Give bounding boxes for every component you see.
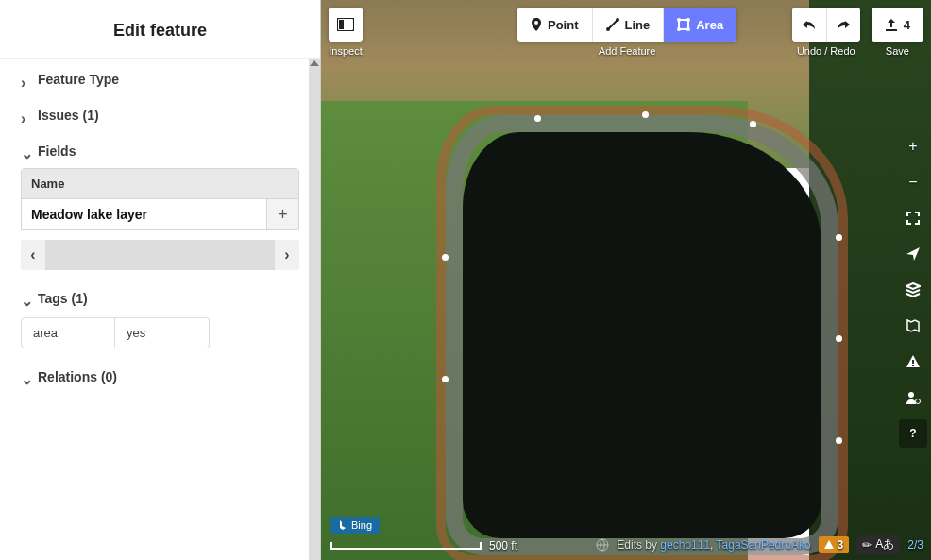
issues-button[interactable]	[899, 348, 927, 376]
layers-button[interactable]	[899, 276, 927, 304]
chevron-right-icon	[21, 110, 30, 120]
warning-icon	[906, 354, 921, 369]
lang-badge[interactable]: ✏ Aあ	[856, 535, 900, 554]
issues-header[interactable]: Issues (1)	[21, 108, 299, 123]
section-fields: Fields Name + ‹ ›	[0, 130, 320, 278]
sidebar-body: Feature Type Issues (1) Fields Name	[0, 59, 320, 560]
svg-point-4	[606, 27, 610, 31]
lake-polygon[interactable]	[463, 132, 821, 538]
relations-label: Relations (0)	[38, 369, 117, 384]
svg-point-14	[916, 399, 921, 404]
sidebar-title: Edit feature	[0, 0, 320, 59]
top-toolbar: Inspect Point Line Area	[321, 8, 931, 57]
point-button[interactable]: Point	[517, 8, 592, 42]
line-button[interactable]: Line	[592, 8, 664, 42]
editor-link-2[interactable]: TagaSanPedroAko	[717, 538, 811, 552]
chevron-down-icon	[21, 146, 30, 156]
locate-icon	[906, 246, 921, 262]
add-name-button[interactable]: +	[266, 199, 298, 229]
preferences-button[interactable]	[899, 383, 927, 412]
save-group: 4 Save	[872, 8, 923, 57]
edits-by: Edits by gecho111, TagaSanPedroAko	[617, 538, 810, 552]
svg-point-9	[677, 27, 681, 31]
fields-box: Name + ‹ ›	[21, 168, 299, 270]
help-button[interactable]: ?	[899, 419, 927, 448]
help-icon: ?	[906, 426, 921, 441]
redo-button[interactable]	[826, 8, 860, 42]
section-relations: Relations (0)	[0, 356, 320, 392]
map-data-icon	[906, 318, 921, 333]
line-icon	[606, 18, 619, 31]
scrollbar[interactable]	[309, 59, 320, 560]
bing-icon	[338, 520, 347, 530]
svg-text:?: ?	[909, 427, 916, 440]
section-feature-type: Feature Type	[0, 59, 320, 94]
field-name-input-row: +	[22, 199, 298, 229]
map-data-button[interactable]	[899, 312, 927, 340]
vertex-node[interactable]	[836, 437, 842, 444]
scale-label: 500 ft	[489, 539, 517, 552]
layers-icon	[906, 282, 921, 297]
pager-prev-button[interactable]: ‹	[21, 240, 45, 270]
fields-label: Fields	[38, 144, 76, 159]
section-tags: Tags (1) area yes	[0, 278, 320, 356]
name-input[interactable]	[22, 199, 266, 229]
field-name-row: Name +	[21, 168, 299, 230]
imagery-attribution[interactable]: Bing	[330, 517, 380, 534]
relations-header[interactable]: Relations (0)	[21, 369, 299, 384]
chevron-down-icon	[21, 294, 30, 303]
pager-next-button[interactable]: ›	[275, 240, 299, 270]
undo-button[interactable]	[792, 8, 826, 42]
vertex-node[interactable]	[442, 376, 449, 382]
fullscreen-button[interactable]	[899, 204, 927, 232]
svg-rect-1	[339, 20, 344, 29]
inspect-caption: Inspect	[329, 45, 362, 57]
scale-bar-graphic	[330, 542, 482, 550]
svg-point-2	[534, 21, 538, 25]
editor-link-1[interactable]: gecho111	[660, 538, 710, 552]
scale-bar: 500 ft	[330, 539, 517, 552]
map-tools: + − ?	[899, 132, 927, 448]
area-button[interactable]: Area	[663, 8, 736, 42]
svg-point-5	[616, 18, 619, 22]
zoom-in-button[interactable]: +	[899, 132, 927, 161]
tag-key[interactable]: area	[21, 317, 115, 348]
tags-header[interactable]: Tags (1)	[21, 291, 299, 306]
inspect-button[interactable]	[329, 8, 363, 42]
save-button[interactable]: 4	[872, 8, 923, 42]
field-pager: ‹ ›	[21, 240, 299, 270]
tags-label: Tags (1)	[38, 291, 88, 306]
map-pane[interactable]: Inspect Point Line Area	[321, 0, 931, 560]
vertex-node[interactable]	[836, 234, 842, 241]
save-caption: Save	[886, 45, 909, 57]
feature-type-header[interactable]: Feature Type	[21, 72, 299, 87]
issues-label: Issues (1)	[38, 108, 99, 123]
area-icon	[677, 18, 690, 31]
vertex-node[interactable]	[442, 254, 449, 261]
warnings-badge[interactable]: 3	[819, 536, 850, 553]
history-caption: Undo / Redo	[797, 45, 855, 57]
brush-icon: ✏	[862, 538, 872, 552]
fullscreen-icon	[906, 211, 921, 226]
add-feature-group: Point Line Area Add Feature	[517, 8, 736, 57]
svg-rect-12	[912, 365, 914, 366]
vertex-node[interactable]	[750, 121, 756, 127]
zoom-out-button[interactable]: −	[899, 168, 927, 196]
svg-line-3	[608, 20, 618, 29]
upload-icon	[885, 18, 898, 31]
add-feature-caption: Add Feature	[599, 45, 656, 57]
lake-outline-outer	[436, 106, 848, 560]
locate-button[interactable]	[899, 240, 927, 268]
fields-header[interactable]: Fields	[21, 144, 299, 159]
svg-rect-6	[679, 20, 688, 29]
tag-value[interactable]: yes	[115, 317, 210, 348]
svg-rect-11	[912, 360, 914, 364]
vertex-node[interactable]	[836, 335, 842, 342]
vertex-node[interactable]	[642, 111, 649, 118]
svg-point-10	[686, 27, 690, 31]
undo-icon	[802, 18, 817, 31]
svg-point-13	[908, 392, 914, 398]
chevron-right-icon	[21, 75, 30, 84]
history-group: Undo / Redo	[792, 8, 860, 57]
vertex-node[interactable]	[534, 115, 541, 122]
